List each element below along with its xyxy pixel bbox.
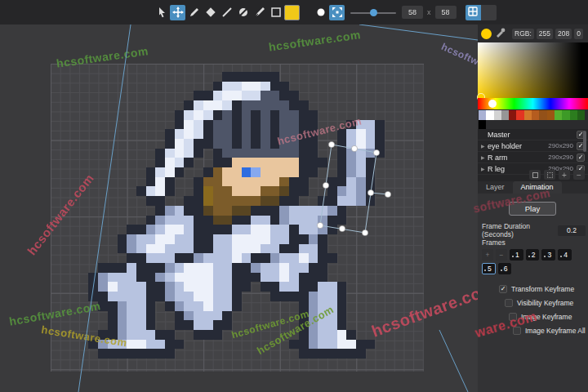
keyframe-checkboxes: ✓Transform KeyframeVisibility KeyframeIm… <box>478 282 588 337</box>
pencil-icon <box>189 7 200 18</box>
palette-swatch[interactable] <box>509 110 516 120</box>
guide-line <box>359 24 478 40</box>
layer-row[interactable]: ▶R arm290x290✓ <box>478 152 588 163</box>
size-height-field[interactable]: 58 <box>435 6 457 19</box>
move-icon <box>172 7 184 18</box>
select-layer-button[interactable] <box>544 170 555 180</box>
panel-tabs: Layer Animation <box>478 181 588 194</box>
palette-row <box>479 110 588 120</box>
keyframe-dot <box>560 256 562 257</box>
layer-expand-caret[interactable]: ▶ <box>481 154 488 160</box>
color-picker-header: RGB: 255 208 0 <box>478 26 588 41</box>
line-tool[interactable] <box>219 5 234 20</box>
palette-swatch[interactable] <box>547 110 555 120</box>
palette-swatch[interactable] <box>501 110 509 120</box>
frame-number: 6 <box>504 265 508 273</box>
grid-off-button[interactable] <box>481 5 497 20</box>
add-layer-button[interactable]: + <box>559 170 570 180</box>
saturation-value-picker[interactable] <box>478 42 588 98</box>
current-color-swatch[interactable] <box>481 29 492 39</box>
grid-icon <box>468 5 478 20</box>
play-button[interactable]: Play <box>509 202 556 216</box>
frame-duration-field[interactable]: 0.2 <box>558 225 586 236</box>
layers-scrollbar[interactable] <box>583 131 586 152</box>
duplicate-icon <box>532 172 538 178</box>
frame-button-4[interactable]: 4 <box>558 249 572 261</box>
palette-swatch[interactable] <box>486 110 493 120</box>
frame-button-1[interactable]: 1 <box>510 249 523 261</box>
pencil-tool[interactable] <box>186 5 202 20</box>
rectangle-tool[interactable] <box>268 5 283 20</box>
keyframe-option-row[interactable]: Image Keyframe All <box>478 323 588 337</box>
keyframe-checkbox[interactable] <box>505 299 513 307</box>
palette-swatch[interactable] <box>516 110 523 120</box>
palette-swatch[interactable] <box>479 110 486 120</box>
keyframe-label: Image Keyframe <box>521 313 572 321</box>
color-swatch[interactable] <box>284 5 300 20</box>
grid-on-button[interactable] <box>466 5 481 20</box>
size-width-field[interactable]: 58 <box>402 6 423 19</box>
scale-icon <box>332 7 343 18</box>
rgb-b-value[interactable]: 0 <box>574 29 583 39</box>
frame-button-3[interactable]: 3 <box>541 249 555 261</box>
line-icon <box>221 7 233 18</box>
cursor-tool[interactable] <box>154 5 169 20</box>
layer-size: 290x290 <box>548 142 573 149</box>
frame-button-5[interactable]: 5 <box>482 263 496 274</box>
ellipse-slash-icon <box>238 7 249 18</box>
palette-swatch[interactable] <box>524 110 532 120</box>
keyframe-dot <box>528 256 530 257</box>
brush-size-slider[interactable] <box>350 5 396 20</box>
keyframe-checkbox[interactable] <box>513 327 521 335</box>
keyframe-checkbox[interactable]: ✓ <box>499 285 507 293</box>
pen-tool[interactable] <box>252 5 267 20</box>
round-brush-tool[interactable] <box>313 5 328 20</box>
layer-row[interactable]: Master✓ <box>478 129 588 140</box>
palette-swatch[interactable] <box>577 110 585 120</box>
keyframe-checkbox[interactable] <box>509 313 517 321</box>
palette-swatch[interactable] <box>532 110 539 120</box>
layer-visibility-checkbox[interactable]: ✓ <box>577 154 585 162</box>
hue-indicator[interactable] <box>488 100 497 108</box>
eraser-tool[interactable] <box>203 5 218 20</box>
slider-knob[interactable] <box>370 9 377 16</box>
layer-buttons: + − <box>529 170 585 180</box>
rgb-r-value[interactable]: 255 <box>537 29 553 39</box>
remove-layer-button[interactable]: − <box>573 170 585 180</box>
knight-sprite[interactable] <box>69 72 394 359</box>
frame-button-2[interactable]: 2 <box>526 249 540 261</box>
hue-slider[interactable] <box>478 98 588 109</box>
layer-size: 290x290 <box>548 154 573 161</box>
move-tool[interactable] <box>170 5 185 20</box>
keyframe-option-row[interactable]: Visibility Keyframe <box>478 296 588 310</box>
ellipse-tool[interactable] <box>235 5 251 20</box>
layer-name: Master <box>488 131 573 139</box>
frame-number: 5 <box>488 265 492 273</box>
palette-swatch[interactable] <box>555 110 562 120</box>
layer-expand-caret[interactable]: ▶ <box>481 143 488 149</box>
layer-row[interactable]: ▶eye holder290x290✓ <box>478 140 588 152</box>
layer-expand-caret[interactable]: ▶ <box>481 166 488 172</box>
rgb-g-value[interactable]: 208 <box>555 29 572 39</box>
duplicate-layer-button[interactable] <box>529 170 541 180</box>
keyframe-dot <box>501 270 502 271</box>
palette-swatch[interactable] <box>562 110 569 120</box>
dotted-square-icon <box>547 172 553 178</box>
keyframe-option-row[interactable]: ✓Transform Keyframe <box>478 282 588 296</box>
tab-layer[interactable]: Layer <box>478 181 513 194</box>
palette-swatch[interactable] <box>570 110 577 120</box>
tool-group: 58 x 58 <box>154 5 497 20</box>
keyframe-option-row[interactable]: Image Keyframe <box>478 310 588 323</box>
remove-frame-button[interactable]: − <box>496 249 507 261</box>
frame-button-6[interactable]: 6 <box>498 263 512 274</box>
rgb-label: RGB: <box>512 29 534 39</box>
palette-swatch[interactable] <box>494 110 501 120</box>
scale-tool[interactable] <box>329 5 345 20</box>
keyframe-label: Image Keyframe All <box>525 327 586 335</box>
layer-name: eye holder <box>488 142 548 150</box>
palette-swatch[interactable] <box>539 110 546 120</box>
grid-toggle[interactable] <box>466 5 497 20</box>
eyedropper-icon[interactable] <box>495 26 506 41</box>
tab-animation[interactable]: Animation <box>513 181 562 194</box>
add-frame-button[interactable]: + <box>482 249 493 261</box>
